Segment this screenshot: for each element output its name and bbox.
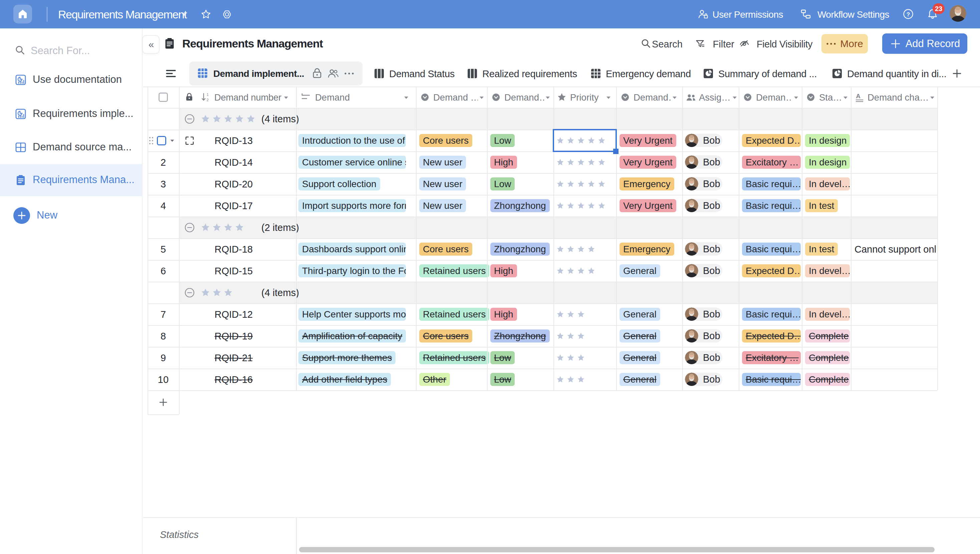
svg-text:A: A <box>856 93 861 100</box>
svg-text:?: ? <box>907 11 910 18</box>
svg-text:2: 2 <box>207 98 208 102</box>
svg-text:1: 1 <box>207 93 208 97</box>
